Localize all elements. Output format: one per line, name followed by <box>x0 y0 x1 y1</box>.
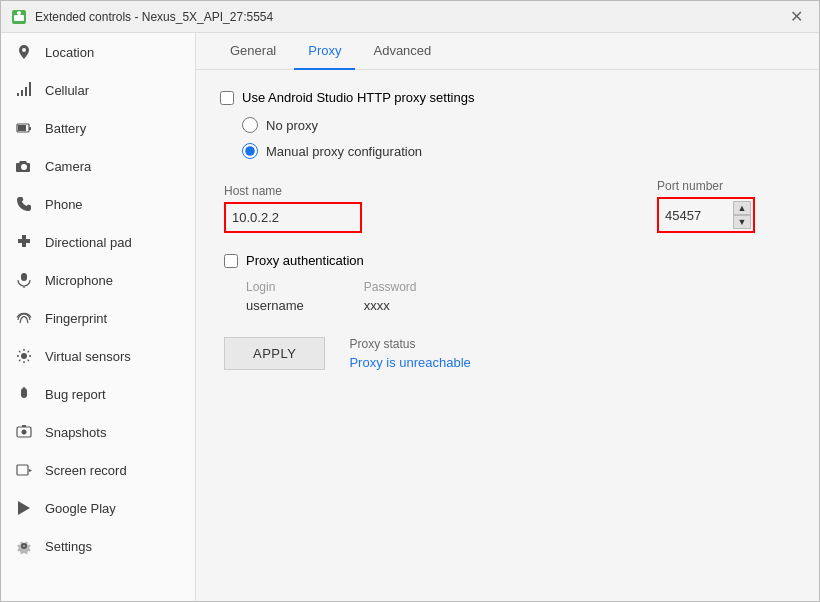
snapshots-icon <box>15 423 33 441</box>
host-name-field-group: Host name <box>224 184 362 233</box>
sidebar-label-phone: Phone <box>45 197 83 212</box>
svg-rect-5 <box>18 125 26 131</box>
bug-report-icon <box>15 385 33 403</box>
port-spinners: ▲ ▼ <box>733 201 751 229</box>
sidebar-label-cellular: Cellular <box>45 83 89 98</box>
svg-point-10 <box>22 430 27 435</box>
sidebar-item-cellular[interactable]: Cellular <box>1 71 195 109</box>
tab-general[interactable]: General <box>216 33 290 70</box>
title-bar: Extended controls - Nexus_5X_API_27:5554… <box>1 1 819 33</box>
sidebar-label-virtual-sensors: Virtual sensors <box>45 349 131 364</box>
directional-pad-icon <box>15 233 33 251</box>
sidebar-label-location: Location <box>45 45 94 60</box>
svg-point-8 <box>23 387 25 389</box>
password-label: Password <box>364 280 417 294</box>
window-title: Extended controls - Nexus_5X_API_27:5554 <box>35 10 784 24</box>
no-proxy-radio[interactable] <box>242 117 258 133</box>
svg-point-2 <box>17 11 21 15</box>
camera-icon <box>15 157 33 175</box>
use-android-studio-proxy-label: Use Android Studio HTTP proxy settings <box>242 90 474 105</box>
port-decrement-button[interactable]: ▼ <box>733 215 751 229</box>
proxy-tab-content: Use Android Studio HTTP proxy settings N… <box>196 70 819 390</box>
phone-icon <box>15 195 33 213</box>
login-label: Login <box>246 280 304 294</box>
login-value: username <box>246 298 304 313</box>
sidebar-item-battery[interactable]: Battery <box>1 109 195 147</box>
sidebar-item-virtual-sensors[interactable]: Virtual sensors <box>1 337 195 375</box>
proxy-status-value: Proxy is unreachable <box>349 355 470 370</box>
sidebar-label-directional-pad: Directional pad <box>45 235 132 250</box>
port-increment-button[interactable]: ▲ <box>733 201 751 215</box>
port-number-input[interactable] <box>661 206 731 225</box>
settings-icon <box>15 537 33 555</box>
sidebar-item-snapshots[interactable]: Snapshots <box>1 413 195 451</box>
svg-rect-6 <box>21 273 27 281</box>
microphone-icon <box>15 271 33 289</box>
host-name-input[interactable] <box>228 206 358 229</box>
use-android-studio-proxy-row[interactable]: Use Android Studio HTTP proxy settings <box>220 90 795 105</box>
port-number-label: Port number <box>657 179 755 193</box>
sidebar-item-location[interactable]: Location <box>1 33 195 71</box>
cellular-icon <box>15 81 33 99</box>
extended-controls-window: Extended controls - Nexus_5X_API_27:5554… <box>0 0 820 602</box>
sidebar-item-directional-pad[interactable]: Directional pad <box>1 223 195 261</box>
svg-rect-12 <box>17 465 28 475</box>
fingerprint-icon <box>15 309 33 327</box>
host-port-row: Host name Port number ▲ ▼ <box>224 179 795 233</box>
apply-button[interactable]: APPLY <box>224 337 325 370</box>
sidebar-label-bug-report: Bug report <box>45 387 106 402</box>
sidebar-label-microphone: Microphone <box>45 273 113 288</box>
password-value: xxxx <box>364 298 417 313</box>
sidebar-item-bug-report[interactable]: Bug report <box>1 375 195 413</box>
virtual-sensors-icon <box>15 347 33 365</box>
sidebar-item-camera[interactable]: Camera <box>1 147 195 185</box>
sidebar-item-settings[interactable]: Settings <box>1 527 195 565</box>
sidebar-item-fingerprint[interactable]: Fingerprint <box>1 299 195 337</box>
battery-icon <box>15 119 33 137</box>
sidebar-item-google-play[interactable]: Google Play <box>1 489 195 527</box>
sidebar-item-microphone[interactable]: Microphone <box>1 261 195 299</box>
sidebar-label-google-play: Google Play <box>45 501 116 516</box>
screen-record-icon <box>15 461 33 479</box>
proxy-status-group: Proxy status Proxy is unreachable <box>349 337 470 370</box>
host-name-label: Host name <box>224 184 362 198</box>
sidebar-label-settings: Settings <box>45 539 92 554</box>
svg-rect-4 <box>29 127 31 130</box>
proxy-radio-group: No proxy Manual proxy configuration <box>242 117 795 159</box>
manual-proxy-row[interactable]: Manual proxy configuration <box>242 143 795 159</box>
google-play-icon <box>15 499 33 517</box>
sidebar-label-battery: Battery <box>45 121 86 136</box>
main-content: Location Cellular Battery <box>1 33 819 601</box>
no-proxy-row[interactable]: No proxy <box>242 117 795 133</box>
no-proxy-label: No proxy <box>266 118 318 133</box>
sidebar-label-screen-record: Screen record <box>45 463 127 478</box>
sidebar-label-snapshots: Snapshots <box>45 425 106 440</box>
content-area: General Proxy Advanced Use Android Studi… <box>196 33 819 601</box>
sidebar-item-phone[interactable]: Phone <box>1 185 195 223</box>
login-field-group: Login username <box>246 280 304 313</box>
svg-point-7 <box>21 353 27 359</box>
app-icon <box>11 9 27 25</box>
password-field-group: Password xxxx <box>364 280 417 313</box>
sidebar-label-camera: Camera <box>45 159 91 174</box>
proxy-status-label: Proxy status <box>349 337 470 351</box>
host-name-input-wrapper <box>224 202 362 233</box>
auth-fields: Login username Password xxxx <box>246 280 795 313</box>
apply-row: APPLY Proxy status Proxy is unreachable <box>224 337 795 370</box>
tab-bar: General Proxy Advanced <box>196 33 819 70</box>
tab-advanced[interactable]: Advanced <box>359 33 445 70</box>
sidebar: Location Cellular Battery <box>1 33 196 601</box>
manual-proxy-radio[interactable] <box>242 143 258 159</box>
svg-marker-13 <box>29 469 32 472</box>
sidebar-item-screen-record[interactable]: Screen record <box>1 451 195 489</box>
proxy-auth-checkbox[interactable] <box>224 254 238 268</box>
proxy-auth-label: Proxy authentication <box>246 253 364 268</box>
close-button[interactable]: ✕ <box>784 7 809 27</box>
sidebar-label-fingerprint: Fingerprint <box>45 311 107 326</box>
svg-marker-14 <box>18 501 30 515</box>
tab-proxy[interactable]: Proxy <box>294 33 355 70</box>
manual-proxy-label: Manual proxy configuration <box>266 144 422 159</box>
use-android-studio-proxy-checkbox[interactable] <box>220 91 234 105</box>
port-number-input-wrapper: ▲ ▼ <box>657 197 755 233</box>
proxy-auth-row[interactable]: Proxy authentication <box>224 253 795 268</box>
